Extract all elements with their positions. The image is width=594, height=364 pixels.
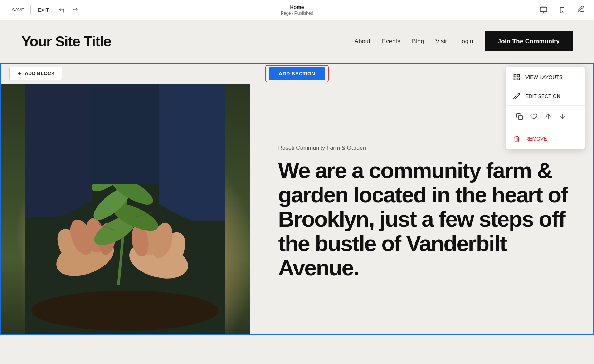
- duplicate-button[interactable]: [513, 111, 526, 124]
- edit-pen-icon: [577, 5, 585, 13]
- heart-icon: [530, 113, 537, 120]
- undo-button[interactable]: [56, 5, 67, 15]
- page-title: Home: [281, 4, 313, 10]
- desktop-view-button[interactable]: [536, 4, 551, 16]
- exit-button[interactable]: EXIT: [34, 5, 53, 15]
- arrow-down-icon: [559, 113, 566, 120]
- undo-icon: [58, 7, 65, 13]
- desktop-icon: [540, 6, 547, 14]
- context-icons-row: [506, 107, 585, 128]
- main-heading: We are a community farm & garden located…: [278, 158, 572, 280]
- view-layouts-button[interactable]: VIEW LAYOUTS: [506, 69, 585, 85]
- plant-photo-sim: [1, 84, 250, 334]
- menu-divider-3: [506, 129, 585, 129]
- move-up-button[interactable]: [542, 111, 555, 124]
- add-section-button[interactable]: ADD SECTION: [269, 67, 325, 80]
- site-title[interactable]: Your Site Title: [21, 34, 111, 50]
- layout-grid-icon: [513, 74, 520, 81]
- add-section-highlight: ADD SECTION: [265, 65, 329, 82]
- plus-icon: [17, 71, 22, 76]
- toolbar: SAVE EXIT Home Page · Published: [0, 0, 594, 20]
- arrow-up-icon: [545, 113, 552, 120]
- edit-pen-button[interactable]: [573, 3, 588, 17]
- svg-rect-9: [514, 78, 516, 80]
- main-section: Roseti Community Farm & Garden We are a …: [1, 84, 593, 334]
- nav-about[interactable]: About: [355, 38, 370, 45]
- redo-icon: [72, 7, 78, 13]
- svg-rect-8: [517, 75, 520, 77]
- toolbar-center: Home Page · Published: [281, 4, 313, 15]
- site-nav: About Events Blog Visit Login Join The C…: [355, 31, 573, 51]
- save-button[interactable]: SAVE: [6, 5, 31, 15]
- remove-section-button[interactable]: REMOVE: [506, 131, 585, 147]
- toolbar-left: SAVE EXIT: [6, 5, 81, 15]
- favorite-button[interactable]: [527, 111, 540, 124]
- svg-point-15: [31, 291, 219, 331]
- trash-icon: [513, 135, 520, 142]
- edit-section-button[interactable]: EDIT SECTION: [506, 88, 585, 104]
- join-cta-button[interactable]: Join The Community: [485, 31, 573, 51]
- redo-button[interactable]: [70, 5, 81, 15]
- menu-divider-1: [506, 87, 585, 87]
- svg-rect-0: [540, 7, 547, 11]
- section-wrapper: ADD SECTION ADD BLOCK VIEW LAYOUTS EDIT …: [0, 63, 594, 335]
- mobile-icon: [559, 6, 565, 14]
- pencil-icon: [513, 93, 520, 100]
- main-image-inner: [1, 84, 250, 334]
- svg-rect-7: [514, 75, 516, 77]
- page-subtitle: Page · Published: [281, 11, 313, 16]
- svg-rect-11: [519, 116, 523, 120]
- nav-events[interactable]: Events: [382, 38, 400, 45]
- mobile-view-button[interactable]: [555, 4, 569, 16]
- menu-divider-2: [506, 105, 585, 106]
- move-down-button[interactable]: [556, 111, 569, 124]
- nav-visit[interactable]: Visit: [435, 38, 447, 45]
- site-header: Your Site Title About Events Blog Visit …: [0, 20, 594, 63]
- svg-rect-10: [517, 78, 520, 80]
- duplicate-icon: [516, 113, 523, 120]
- add-block-button[interactable]: ADD BLOCK: [9, 67, 62, 80]
- nav-login[interactable]: Login: [458, 38, 473, 45]
- main-image: [1, 84, 250, 334]
- nav-blog[interactable]: Blog: [412, 38, 424, 45]
- add-section-bar: ADD SECTION ADD BLOCK VIEW LAYOUTS EDIT …: [1, 64, 593, 84]
- toolbar-right: [536, 3, 588, 17]
- context-menu: VIEW LAYOUTS EDIT SECTION: [506, 67, 585, 149]
